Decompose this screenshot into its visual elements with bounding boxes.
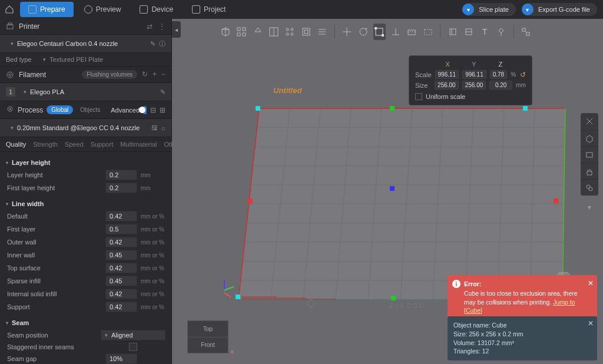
tab-device[interactable]: Device [131, 2, 181, 17]
save-icon[interactable]: 🖫 [151, 124, 158, 131]
svg-point-3 [9, 74, 11, 76]
clip-icon[interactable] [581, 113, 598, 130]
scale-icon[interactable] [373, 24, 386, 40]
size-y-input[interactable]: 256.00 [462, 81, 486, 90]
close-icon[interactable]: ✕ [588, 279, 594, 288]
tab-multimaterial[interactable]: Multimaterial [120, 141, 157, 148]
group-seam[interactable]: ▾ Seam [6, 317, 165, 329]
param-input[interactable]: 0.5 [105, 224, 137, 234]
sidebar-collapse-handle[interactable]: ◂ [172, 21, 181, 38]
selection-handle[interactable] [256, 106, 260, 111]
arrange-icon[interactable] [235, 24, 247, 40]
selection-handle[interactable] [390, 106, 395, 111]
assembly-view-icon[interactable] [519, 24, 532, 40]
group-layer-height[interactable]: ▾ Layer height [6, 157, 165, 168]
tab-quality[interactable]: Quality [6, 141, 26, 148]
split-icon[interactable] [267, 24, 280, 40]
remove-icon[interactable]: − [161, 70, 165, 79]
selection-handle[interactable] [236, 294, 240, 299]
sync-icon[interactable]: ↻ [142, 70, 148, 79]
add-icon[interactable]: + [153, 70, 157, 79]
viewport[interactable]: ◂ T [172, 19, 603, 364]
view-cube-top[interactable]: Top [188, 321, 228, 337]
param-input[interactable]: 0.45 [105, 276, 137, 286]
size-x-input[interactable]: 256.00 [435, 81, 459, 90]
compare-icon[interactable]: ⊟ [150, 106, 156, 114]
tab-project[interactable]: Project [184, 2, 234, 17]
tab-speed[interactable]: Speed [65, 141, 84, 148]
param-input[interactable]: 0.2 [105, 183, 137, 193]
cut-icon[interactable] [405, 24, 418, 40]
param-input[interactable]: 0.42 [105, 263, 137, 273]
assembly-icon[interactable] [300, 24, 312, 40]
move-icon[interactable] [341, 24, 353, 40]
orient-icon[interactable] [251, 24, 264, 40]
wifi-icon[interactable]: ⋮ [158, 22, 165, 31]
param-input[interactable]: 0.45 [105, 250, 137, 260]
objects-toggle[interactable]: Objects [77, 105, 104, 114]
selection-handle[interactable] [248, 198, 253, 203]
measure-icon[interactable] [495, 24, 507, 40]
flushing-volumes-button[interactable]: Flushing volumes [82, 70, 137, 79]
scale-y-input[interactable]: 996.11 [462, 70, 486, 79]
scale-z-input[interactable]: 0.78 [490, 70, 507, 79]
filament-dropdown[interactable]: ▾ Elegoo PLA [19, 87, 157, 97]
mesh-boolean-icon[interactable] [422, 24, 434, 40]
close-icon[interactable]: ✕ [588, 319, 594, 329]
process-preset-dropdown[interactable]: ▾ 0.20mm Standard @Elegoo CC 0.4 nozzle [6, 123, 148, 133]
side-strip-toggle[interactable]: ▾ [581, 201, 598, 213]
param-input[interactable]: 0.42 [105, 211, 137, 221]
param-input[interactable]: 0.42 [105, 289, 137, 299]
svg-point-21 [360, 28, 367, 35]
selection-handle[interactable] [391, 296, 396, 300]
search-icon[interactable]: ⌕ [161, 124, 165, 131]
lock-icon[interactable] [581, 163, 598, 179]
tab-support[interactable]: Support [91, 141, 114, 148]
iso-icon[interactable] [581, 130, 598, 146]
params-panel[interactable]: ▾ Layer height Layer height 0.2 mm First… [0, 152, 171, 364]
selection-handle[interactable] [390, 186, 395, 191]
param-input[interactable]: 0.2 [105, 170, 137, 180]
param-input[interactable]: 10% [105, 353, 137, 364]
filament-slot-badge[interactable]: 1 [6, 87, 15, 97]
reset-scale-icon[interactable]: ↺ [520, 71, 526, 79]
size-z-input[interactable]: 0.20 [489, 81, 512, 90]
info-icon[interactable]: ⓘ [159, 39, 165, 48]
section-icon[interactable] [581, 146, 598, 163]
group-line-width[interactable]: ▾ Line width [6, 198, 165, 210]
export-gcode-button[interactable]: ▾ Export G-code file [522, 3, 597, 16]
home-button[interactable] [0, 0, 19, 19]
advanced-toggle[interactable] [143, 106, 147, 114]
edit-icon[interactable]: ✎ [160, 88, 165, 96]
staggered-seams-checkbox[interactable] [129, 343, 137, 351]
view-cube[interactable]: Top Front [187, 320, 228, 353]
tab-preview[interactable]: Preview [76, 2, 130, 17]
param-input[interactable]: 0.42 [105, 302, 137, 312]
bed-type-dropdown[interactable]: ▾ Textured PEI Plate [43, 56, 165, 63]
slice-plate-button[interactable]: ▾ Slice plate [462, 3, 516, 16]
variable-height-icon[interactable] [284, 24, 296, 40]
selection-handle[interactable] [523, 106, 528, 111]
rotate-icon[interactable] [357, 24, 369, 40]
tab-prepare[interactable]: Prepare [20, 2, 74, 17]
settings-icon[interactable]: ⇄ [147, 22, 153, 31]
edit-icon[interactable]: ✎ [150, 40, 155, 48]
viewport-toolbar: T [219, 22, 532, 41]
param-input[interactable]: 0.42 [105, 237, 137, 247]
selection-handle[interactable] [554, 198, 558, 203]
printer-dropdown[interactable]: ▾ Elegoo Centauri Carbon 0.4 nozzle [6, 38, 147, 49]
layers-icon[interactable] [316, 24, 329, 40]
build-plate[interactable] [236, 91, 571, 303]
tab-strength[interactable]: Strength [33, 141, 58, 148]
lay-flat-icon[interactable] [389, 24, 402, 40]
seam-position-dropdown[interactable]: ▾Aligned [101, 330, 165, 340]
text-icon[interactable]: T [479, 24, 491, 40]
expand-icon[interactable]: ⊞ [160, 106, 165, 114]
add-cube-icon[interactable] [219, 24, 231, 40]
view-cube-front[interactable]: Front [188, 337, 228, 353]
global-toggle[interactable]: Global [47, 105, 73, 114]
support-painting-icon[interactable] [446, 24, 459, 40]
link-icon[interactable] [581, 179, 598, 196]
seam-painting-icon[interactable] [462, 24, 475, 40]
scale-x-input[interactable]: 996.11 [435, 70, 459, 79]
